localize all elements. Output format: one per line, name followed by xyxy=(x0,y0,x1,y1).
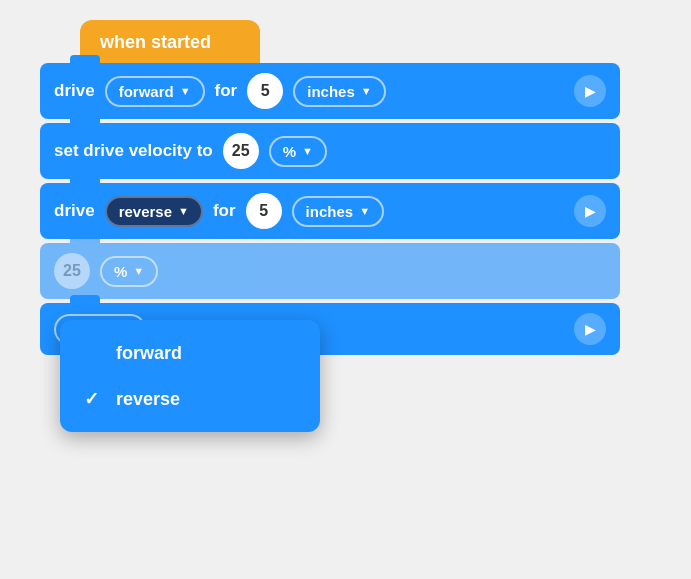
unit-dropdown-percent-1[interactable]: % ▼ xyxy=(269,136,327,167)
unit-dropdown-inches-1[interactable]: inches ▼ xyxy=(293,76,385,107)
unit-label-1: inches xyxy=(307,83,355,100)
direction-dropdown-menu: ✓ forward ✓ reverse xyxy=(60,320,320,432)
chevron-down-icon-5: ▼ xyxy=(359,205,370,217)
check-icon-reverse: ✓ xyxy=(84,388,104,410)
direction-dropdown-reverse[interactable]: reverse ▼ xyxy=(105,196,203,227)
block2-value[interactable]: 25 xyxy=(223,133,259,169)
play-icon-3: ▶ xyxy=(585,204,595,219)
block1-value[interactable]: 5 xyxy=(247,73,283,109)
play-button-5[interactable]: ▶ xyxy=(574,313,606,345)
cmd-block-velocity: set drive velocity to 25 % ▼ xyxy=(40,123,620,179)
block3-for: for xyxy=(213,201,236,221)
unit-dropdown-inches-3[interactable]: inches ▼ xyxy=(292,196,384,227)
block1-for: for xyxy=(215,81,238,101)
dropdown-label-forward: forward xyxy=(116,343,182,364)
dropdown-item-reverse[interactable]: ✓ reverse xyxy=(60,376,320,422)
direction-label-forward: forward xyxy=(119,83,174,100)
cmd-block-drive-forward: drive forward ▼ for 5 inches ▼ ▶ xyxy=(40,63,620,119)
play-button-1[interactable]: ▶ xyxy=(574,75,606,107)
unit-label-percent-2: % xyxy=(114,263,127,280)
chevron-down-icon: ▼ xyxy=(180,85,191,97)
chevron-down-icon-4: ▼ xyxy=(178,205,189,217)
blocks-container: when started drive forward ▼ for 5 inche… xyxy=(20,20,671,359)
direction-label-reverse: reverse xyxy=(119,203,172,220)
direction-dropdown-forward[interactable]: forward ▼ xyxy=(105,76,205,107)
unit-dropdown-percent-2[interactable]: % ▼ xyxy=(100,256,158,287)
cmd-block-velocity-partial: 25 % ▼ xyxy=(40,243,620,299)
play-icon-5: ▶ xyxy=(585,322,595,337)
play-button-3[interactable]: ▶ xyxy=(574,195,606,227)
dropdown-label-reverse: reverse xyxy=(116,389,180,410)
chevron-down-icon-6: ▼ xyxy=(133,265,144,277)
unit-label-percent-1: % xyxy=(283,143,296,160)
play-icon-1: ▶ xyxy=(585,84,595,99)
trigger-label: when started xyxy=(100,32,211,52)
block3-value[interactable]: 5 xyxy=(246,193,282,229)
chevron-down-icon-2: ▼ xyxy=(361,85,372,97)
dropdown-item-forward[interactable]: ✓ forward xyxy=(60,330,320,376)
block1-prefix: drive xyxy=(54,81,95,101)
unit-label-3: inches xyxy=(306,203,354,220)
block2-prefix: set drive velocity to xyxy=(54,141,213,161)
cmd-block-drive-reverse: drive reverse ▼ for 5 inches ▼ ▶ xyxy=(40,183,620,239)
trigger-block[interactable]: when started xyxy=(80,20,260,65)
block4-value: 25 xyxy=(54,253,90,289)
block3-prefix: drive xyxy=(54,201,95,221)
chevron-down-icon-3: ▼ xyxy=(302,145,313,157)
